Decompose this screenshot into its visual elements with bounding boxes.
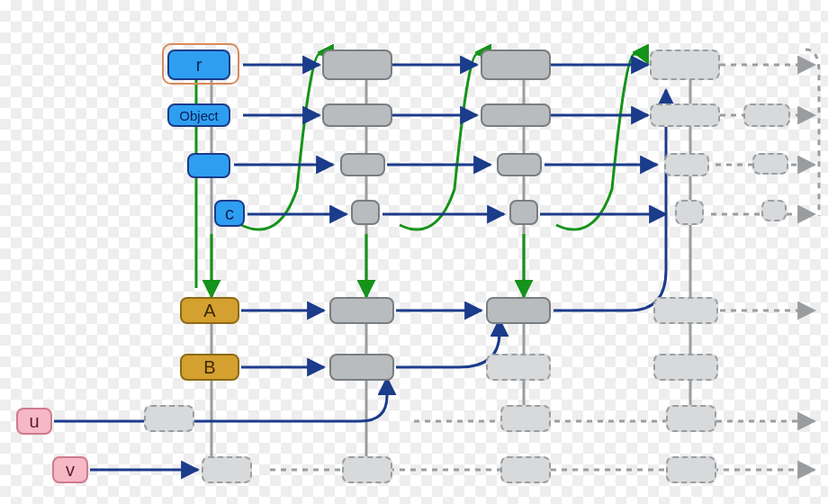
node-ghost	[486, 354, 551, 381]
node-ghost	[653, 354, 718, 381]
node-ghost	[650, 50, 720, 80]
node-ghost	[666, 405, 716, 432]
node-ghost	[144, 405, 194, 432]
node-b: B	[180, 354, 239, 381]
node-ghost	[666, 456, 716, 483]
node-ghost	[743, 104, 790, 127]
label: Object	[179, 108, 218, 123]
node-grey	[351, 200, 380, 225]
node-ghost	[650, 104, 720, 127]
node-grey	[486, 297, 551, 324]
node-object: Object	[167, 104, 230, 127]
node-u: u	[16, 408, 52, 435]
node-ghost	[500, 405, 551, 432]
node-r: r	[167, 50, 230, 80]
label: A	[203, 301, 215, 321]
node-grey	[329, 354, 394, 381]
node-grey	[497, 153, 542, 176]
node-grey	[481, 50, 551, 80]
node-ghost	[675, 200, 704, 225]
node-ghost	[752, 153, 788, 175]
node-grey	[322, 50, 392, 80]
label: r	[196, 55, 202, 76]
node-ghost	[653, 297, 718, 324]
node-ghost	[761, 200, 787, 221]
node-ghost	[664, 153, 709, 176]
node-a: A	[180, 297, 239, 324]
label: B	[203, 357, 215, 378]
node-ghost	[202, 456, 252, 483]
node-ghost	[342, 456, 392, 483]
node-ghost	[500, 456, 551, 483]
node-grey	[509, 200, 538, 225]
label: v	[66, 460, 75, 481]
node-grey	[481, 104, 551, 127]
node-c: c	[214, 200, 245, 227]
node-grey	[329, 297, 394, 324]
node-grey	[322, 104, 392, 127]
label: u	[29, 411, 39, 432]
label: c	[225, 203, 234, 224]
node-v: v	[52, 456, 88, 483]
node-anon0	[187, 153, 230, 178]
node-grey	[340, 153, 385, 176]
